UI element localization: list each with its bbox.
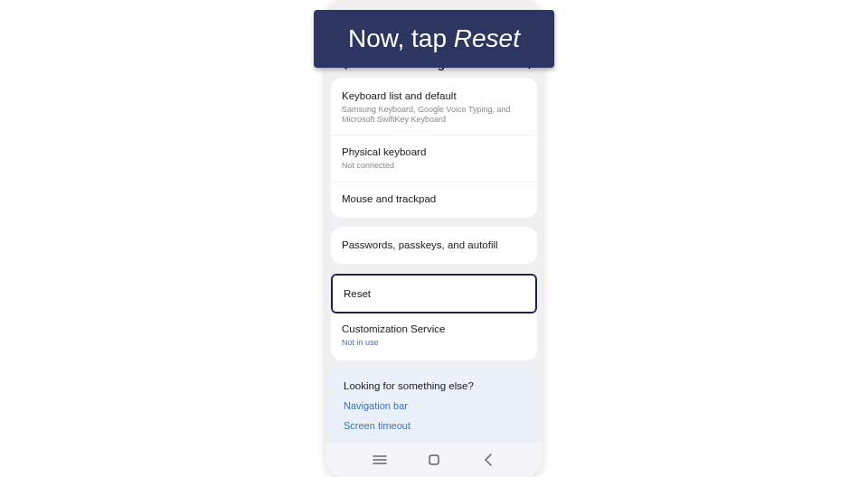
tips-link-screen-timeout[interactable]: Screen timeout bbox=[344, 420, 524, 431]
item-keyboard-list[interactable]: Keyboard list and default Samsung Keyboa… bbox=[331, 80, 537, 136]
item-customization-service[interactable]: Customization Service Not in use bbox=[331, 313, 537, 358]
item-title: Keyboard list and default bbox=[342, 89, 526, 103]
item-subtitle: Not connected bbox=[342, 161, 526, 171]
settings-card: Passwords, passkeys, and autofill bbox=[331, 227, 537, 264]
instruction-banner: Now, tap Reset bbox=[314, 10, 554, 68]
item-reset[interactable]: Reset bbox=[331, 274, 537, 314]
home-icon[interactable] bbox=[420, 451, 448, 469]
item-physical-keyboard[interactable]: Physical keyboard Not connected bbox=[331, 136, 537, 182]
instruction-prefix: Now, tap bbox=[348, 24, 454, 52]
settings-content: Keyboard list and default Samsung Keyboa… bbox=[326, 78, 542, 443]
instruction-highlight: Reset bbox=[454, 24, 520, 52]
item-title: Mouse and trackpad bbox=[342, 192, 526, 206]
item-title: Reset bbox=[344, 287, 524, 301]
settings-card: Reset Customization Service Not in use bbox=[331, 273, 537, 360]
item-title: Physical keyboard bbox=[342, 145, 526, 159]
system-nav-bar bbox=[326, 443, 542, 477]
item-passwords-autofill[interactable]: Passwords, passkeys, and autofill bbox=[331, 229, 537, 262]
item-title: Passwords, passkeys, and autofill bbox=[342, 238, 526, 252]
phone-screen: General management Keyboard list and def… bbox=[326, 0, 542, 477]
tips-link-navigation-bar[interactable]: Navigation bar bbox=[344, 400, 524, 411]
tips-title: Looking for something else? bbox=[344, 380, 524, 391]
phone-frame: General management Keyboard list and def… bbox=[326, 0, 542, 477]
recents-icon[interactable] bbox=[366, 451, 393, 469]
item-subtitle: Not in use bbox=[342, 338, 526, 348]
item-mouse-trackpad[interactable]: Mouse and trackpad bbox=[331, 182, 537, 216]
settings-card: Keyboard list and default Samsung Keyboa… bbox=[331, 78, 537, 218]
back-nav-icon[interactable] bbox=[475, 451, 502, 469]
tips-card: Looking for something else? Navigation b… bbox=[331, 369, 537, 443]
svg-rect-5 bbox=[429, 455, 439, 464]
item-subtitle: Samsung Keyboard, Google Voice Typing, a… bbox=[342, 105, 526, 126]
item-title: Customization Service bbox=[342, 323, 526, 336]
